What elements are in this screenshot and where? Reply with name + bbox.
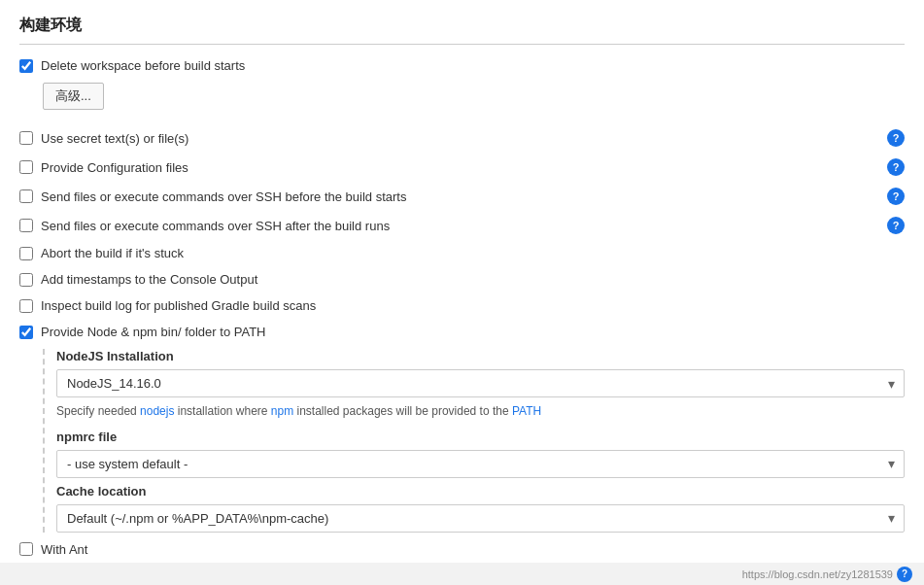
checkbox-row-timestamps: Add timestamps to the Console Output	[19, 270, 905, 289]
label-send-files-before[interactable]: Send files or execute commands over SSH …	[41, 189, 879, 204]
checkbox-send-files-before[interactable]	[19, 189, 33, 203]
section-title: 构建环境	[19, 16, 905, 45]
checkbox-row-abort-stuck: Abort the build if it's stuck	[19, 244, 905, 262]
npmrc-label: npmrc file	[56, 430, 905, 444]
checkbox-row-send-files-after: Send files or execute commands over SSH …	[19, 215, 905, 236]
footer-help-icon[interactable]: ?	[897, 567, 912, 582]
help-icon-send-files-before[interactable]: ?	[887, 188, 905, 205]
checkbox-timestamps[interactable]	[19, 273, 33, 287]
help-icon-secret-text[interactable]: ?	[887, 129, 905, 147]
checkbox-with-ant[interactable]	[19, 542, 33, 556]
checkbox-secret-text[interactable]	[19, 131, 33, 145]
label-provide-config[interactable]: Provide Configuration files	[41, 160, 879, 175]
nodejs-hint-highlight3: PATH	[512, 404, 541, 418]
checkbox-row-secret-text: Use secret text(s) or file(s) ?	[19, 127, 905, 149]
checkbox-row-nodejs: Provide Node & npm bin/ folder to PATH	[19, 323, 905, 341]
label-send-files-after[interactable]: Send files or execute commands over SSH …	[41, 219, 879, 233]
checkbox-abort-stuck[interactable]	[19, 247, 33, 260]
nodejs-hint-highlight2: npm	[271, 404, 293, 418]
advanced-button[interactable]: 高级...	[43, 83, 104, 110]
checkbox-row-delete-workspace: Delete workspace before build starts	[19, 56, 905, 75]
npmrc-select[interactable]: - use system default - Custom npmrc file	[56, 450, 905, 478]
label-abort-stuck[interactable]: Abort the build if it's stuck	[41, 246, 905, 260]
npmrc-select-wrapper: - use system default - Custom npmrc file	[56, 450, 905, 478]
label-with-ant[interactable]: With Ant	[41, 542, 905, 557]
checkbox-delete-workspace[interactable]	[19, 59, 33, 73]
checkbox-row-send-files-before: Send files or execute commands over SSH …	[19, 186, 905, 207]
footer-url: https://blog.csdn.net/zy1281539	[742, 568, 893, 580]
checkbox-nodejs[interactable]	[19, 326, 33, 339]
label-timestamps[interactable]: Add timestamps to the Console Output	[41, 272, 905, 287]
nodejs-select-wrapper: NodeJS_14.16.0 NodeJS_12.22.0 NodeJS_16.…	[56, 369, 905, 397]
cache-label: Cache location	[56, 484, 905, 499]
help-icon-provide-config[interactable]: ?	[887, 158, 905, 176]
checkbox-provide-config[interactable]	[19, 160, 33, 174]
label-inspect-gradle[interactable]: Inspect build log for published Gradle b…	[41, 298, 905, 313]
nodejs-installation-label: NodeJS Installation	[56, 349, 905, 363]
nodejs-indented-section: NodeJS Installation NodeJS_14.16.0 NodeJ…	[43, 349, 905, 533]
checkbox-inspect-gradle[interactable]	[19, 299, 33, 313]
label-nodejs[interactable]: Provide Node & npm bin/ folder to PATH	[41, 325, 905, 339]
build-environment-panel: 构建环境 Delete workspace before build start…	[0, 0, 924, 585]
nodejs-select[interactable]: NodeJS_14.16.0 NodeJS_12.22.0 NodeJS_16.…	[56, 369, 905, 397]
label-delete-workspace[interactable]: Delete workspace before build starts	[41, 58, 905, 73]
footer-bar: https://blog.csdn.net/zy1281539 ?	[0, 563, 924, 585]
checkbox-row-provide-config: Provide Configuration files ?	[19, 156, 905, 178]
checkbox-send-files-after[interactable]	[19, 219, 33, 232]
checkbox-row-inspect-gradle: Inspect build log for published Gradle b…	[19, 296, 905, 315]
label-secret-text[interactable]: Use secret text(s) or file(s)	[41, 131, 879, 146]
cache-select[interactable]: Default (~/.npm or %APP_DATA%\npm-cache)…	[56, 504, 905, 533]
checkbox-row-with-ant: With Ant	[19, 540, 905, 559]
cache-select-wrapper: Default (~/.npm or %APP_DATA%\npm-cache)…	[56, 504, 905, 533]
nodejs-hint: Specify needed nodejs installation where…	[56, 403, 905, 420]
nodejs-hint-highlight: nodejs	[140, 404, 174, 418]
help-icon-send-files-after[interactable]: ?	[887, 217, 905, 234]
